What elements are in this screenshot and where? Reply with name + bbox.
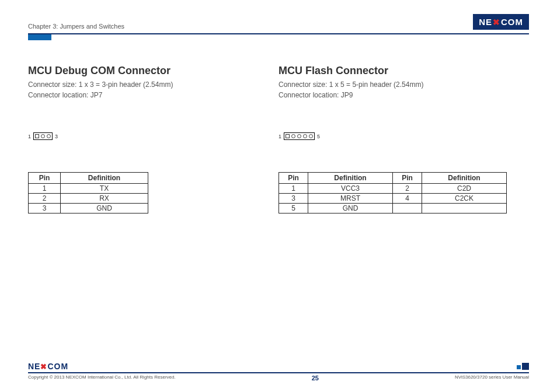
decoration-square-large — [522, 363, 529, 370]
right-conn-start: 1 — [278, 134, 281, 139]
pin-circle-icon — [297, 134, 301, 138]
pin-circle-icon — [41, 134, 45, 138]
pin-square-icon — [286, 134, 290, 138]
th-pin: Pin — [279, 173, 308, 184]
header-divider — [28, 33, 529, 34]
cell-pin: 3 — [279, 194, 308, 204]
brand-x-icon: ✖ — [493, 18, 500, 27]
footer-text-row: Copyright © 2013 NEXCOM International Co… — [28, 374, 529, 382]
cell-pin — [393, 204, 422, 214]
header-tab-decoration — [28, 34, 51, 40]
table-row: 5 GND — [279, 204, 507, 214]
cell-def: GND — [308, 204, 393, 214]
cell-pin: 1 — [279, 184, 308, 194]
th-definition: Definition — [308, 173, 393, 184]
table-row: 1 TX — [29, 184, 148, 194]
left-pin-table: Pin Definition 1 TX 2 RX 3 GND — [28, 172, 148, 214]
copyright-text: Copyright © 2013 NEXCOM International Co… — [28, 374, 176, 382]
cell-def: VCC3 — [308, 184, 393, 194]
table-row: 3 MRST 4 C2CK — [279, 194, 507, 204]
cell-pin: 1 — [29, 184, 61, 194]
cell-pin: 2 — [29, 194, 61, 204]
right-conn-end: 5 — [317, 134, 320, 139]
cell-def: TX — [61, 184, 148, 194]
cell-def: GND — [61, 204, 148, 214]
main-content: MCU Debug COM Connector Connector size: … — [28, 65, 529, 214]
left-conn-end: 3 — [55, 134, 58, 139]
brand-logo-bottom: NE✖COM — [28, 359, 68, 372]
left-section-title: MCU Debug COM Connector — [28, 65, 267, 77]
left-connector-location: Connector location: JP7 — [28, 90, 267, 100]
page-header: Chapter 3: Jumpers and Switches NE✖COM — [28, 14, 529, 31]
right-pin-table: Pin Definition Pin Definition 1 VCC3 2 C… — [278, 172, 507, 214]
right-connector-location: Connector location: JP9 — [278, 90, 517, 100]
cell-def: RX — [61, 194, 148, 204]
brand-x-icon: ✖ — [40, 362, 47, 371]
pin-circle-icon — [291, 134, 295, 138]
right-connector-diagram: 1 5 — [278, 132, 517, 140]
left-connector-diagram: 1 3 — [28, 132, 267, 140]
table-row: 3 GND — [29, 204, 148, 214]
decoration-square-small — [517, 365, 521, 369]
table-header: Pin Definition Pin Definition — [279, 173, 507, 184]
left-connector-box — [33, 132, 53, 140]
doc-title: NViS3620/3720 series User Manual — [455, 374, 529, 382]
left-column: MCU Debug COM Connector Connector size: … — [28, 65, 278, 214]
cell-def: MRST — [308, 194, 393, 204]
cell-def — [422, 204, 507, 214]
page-number: 25 — [312, 374, 319, 382]
brand-prefix: NE — [28, 362, 40, 371]
table-header: Pin Definition — [29, 173, 148, 184]
pin-circle-icon — [303, 134, 307, 138]
cell-def: C2CK — [422, 194, 507, 204]
table-row: 1 VCC3 2 C2D — [279, 184, 507, 194]
footer-divider — [28, 372, 529, 373]
pin-circle-icon — [309, 134, 313, 138]
footer-decoration — [517, 363, 529, 370]
footer-top-row: NE✖COM — [28, 359, 529, 372]
left-conn-start: 1 — [28, 134, 31, 139]
cell-def: C2D — [422, 184, 507, 194]
page-footer: NE✖COM Copyright © 2013 NEXCOM Internati… — [28, 359, 529, 382]
right-connector-box — [284, 132, 315, 140]
right-section-title: MCU Flash Connector — [278, 65, 517, 77]
chapter-label: Chapter 3: Jumpers and Switches — [28, 23, 124, 30]
right-column: MCU Flash Connector Connector size: 1 x … — [278, 65, 529, 214]
cell-pin: 2 — [393, 184, 422, 194]
table-row: 2 RX — [29, 194, 148, 204]
th-pin: Pin — [393, 173, 422, 184]
cell-pin: 4 — [393, 194, 422, 204]
th-definition: Definition — [61, 173, 148, 184]
right-connector-size: Connector size: 1 x 5 = 5-pin header (2.… — [278, 79, 517, 90]
brand-logo-top: NE✖COM — [473, 14, 529, 30]
th-pin: Pin — [29, 173, 61, 184]
cell-pin: 5 — [279, 204, 308, 214]
pin-square-icon — [35, 134, 39, 138]
cell-pin: 3 — [29, 204, 61, 214]
brand-prefix: NE — [479, 17, 492, 27]
brand-suffix: COM — [501, 17, 523, 27]
pin-circle-icon — [47, 134, 51, 138]
brand-suffix: COM — [47, 362, 68, 371]
th-definition: Definition — [422, 173, 507, 184]
left-connector-size: Connector size: 1 x 3 = 3-pin header (2.… — [28, 79, 267, 90]
